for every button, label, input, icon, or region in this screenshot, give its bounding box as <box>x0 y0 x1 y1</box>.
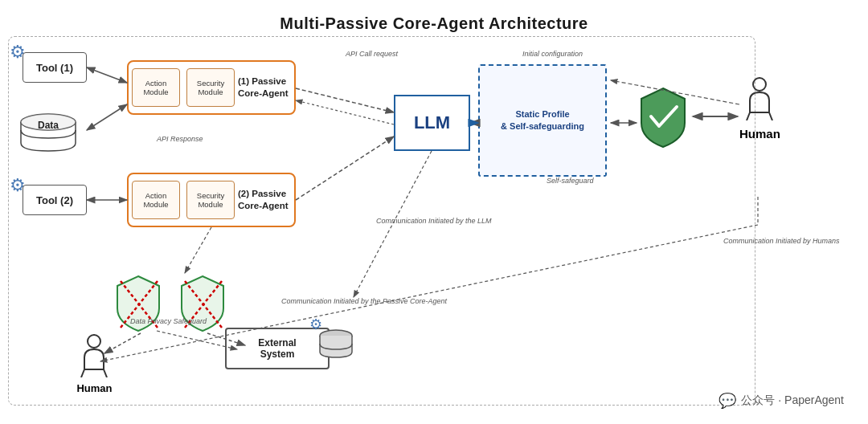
comm-human-label: Communication Initiated by Humans <box>723 237 840 247</box>
human-bottom: Human <box>76 333 113 394</box>
diagram-container: Multi-Passive Core-Agent Architecture ⚙ … <box>0 0 868 424</box>
human-right: Human <box>739 76 780 141</box>
tool1-box: Tool (1) <box>23 52 87 83</box>
llm-label: LLM <box>414 112 450 133</box>
security-module-2: SecurityModule <box>186 181 235 219</box>
data-privacy-label: Data Privacy Safeguard <box>130 317 207 327</box>
static-profile-label: Static Profile& Self-safeguarding <box>501 108 584 133</box>
svg-line-7 <box>81 369 84 377</box>
llm-box: LLM <box>394 95 470 151</box>
external-system-label: ExternalSystem <box>258 337 296 360</box>
core-agent-1: ActionModule SecurityModule (1) PassiveC… <box>127 60 296 115</box>
initial-config-label: Initial configuration <box>522 50 583 59</box>
action-module-1: ActionModule <box>132 68 180 107</box>
svg-text:Data: Data <box>38 120 59 131</box>
static-profile-box: Static Profile& Self-safeguarding <box>478 64 607 177</box>
watermark: 💬 公众号 · PaperAgent <box>719 392 844 410</box>
human-right-label: Human <box>739 127 780 141</box>
svg-line-5 <box>769 112 772 120</box>
human-bottom-icon <box>76 333 113 377</box>
external-system-box: ExternalSystem <box>225 328 330 369</box>
tool1-label: Tool (1) <box>36 62 73 74</box>
svg-line-8 <box>104 369 107 377</box>
security-module-1: SecurityModule <box>186 68 235 107</box>
shield-green <box>635 84 691 149</box>
human-right-icon <box>742 76 778 120</box>
core-agent-1-label: (1) PassiveCore-Agent <box>238 75 293 100</box>
self-safeguard-label: Self-safeguard <box>547 177 594 186</box>
human-bottom-label: Human <box>76 382 112 394</box>
wechat-icon: 💬 <box>719 392 736 410</box>
svg-point-6 <box>88 335 100 348</box>
comm-passive-label: Communication Initiated by the Passive C… <box>281 297 447 307</box>
svg-line-4 <box>747 112 750 120</box>
api-call-label: API Call request <box>346 50 398 59</box>
watermark-text: 公众号 · PaperAgent <box>741 393 844 408</box>
core-agent-2-label: (2) PassiveCore-Agent <box>238 188 293 212</box>
svg-point-3 <box>753 78 766 91</box>
action-module-2: ActionModule <box>132 181 180 219</box>
tool2-box: Tool (2) <box>23 185 87 215</box>
page-title: Multi-Passive Core-Agent Architecture <box>280 14 588 33</box>
tool2-label: Tool (2) <box>36 194 73 206</box>
external-db-icon <box>316 329 356 358</box>
comm-llm-label: Communication Initiated by the LLM <box>376 217 492 226</box>
core-agent-2: ActionModule SecurityModule (2) PassiveC… <box>127 173 296 227</box>
data-icon: Data <box>8 111 88 153</box>
api-response-label: API Response <box>157 135 203 145</box>
